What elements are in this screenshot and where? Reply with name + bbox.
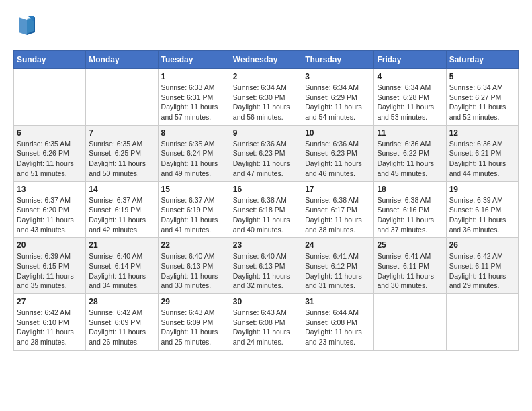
calendar-cell: 4Sunrise: 6:34 AM Sunset: 6:28 PM Daylig… bbox=[374, 69, 446, 126]
weekday-header-tuesday: Tuesday bbox=[158, 51, 230, 69]
day-info: Sunrise: 6:34 AM Sunset: 6:28 PM Dayligh… bbox=[377, 83, 443, 122]
day-number: 2 bbox=[233, 72, 299, 81]
day-info: Sunrise: 6:37 AM Sunset: 6:19 PM Dayligh… bbox=[161, 195, 227, 235]
day-number: 16 bbox=[233, 185, 299, 194]
calendar-cell: 23Sunrise: 6:40 AM Sunset: 6:13 PM Dayli… bbox=[230, 238, 302, 294]
calendar-week-row: 1Sunrise: 6:33 AM Sunset: 6:31 PM Daylig… bbox=[14, 69, 519, 126]
calendar-week-row: 27Sunrise: 6:42 AM Sunset: 6:10 PM Dayli… bbox=[14, 294, 519, 351]
calendar-cell: 19Sunrise: 6:39 AM Sunset: 6:16 PM Dayli… bbox=[446, 181, 518, 238]
day-info: Sunrise: 6:37 AM Sunset: 6:20 PM Dayligh… bbox=[17, 195, 83, 235]
day-info: Sunrise: 6:38 AM Sunset: 6:18 PM Dayligh… bbox=[233, 195, 299, 235]
day-number: 15 bbox=[161, 185, 227, 194]
calendar-week-row: 20Sunrise: 6:39 AM Sunset: 6:15 PM Dayli… bbox=[14, 238, 519, 294]
calendar-cell: 30Sunrise: 6:43 AM Sunset: 6:08 PM Dayli… bbox=[230, 294, 302, 351]
day-number: 26 bbox=[449, 240, 515, 250]
day-info: Sunrise: 6:37 AM Sunset: 6:19 PM Dayligh… bbox=[89, 195, 154, 235]
calendar-cell: 1Sunrise: 6:33 AM Sunset: 6:31 PM Daylig… bbox=[158, 69, 230, 126]
day-number: 23 bbox=[233, 240, 299, 250]
weekday-header-thursday: Thursday bbox=[302, 51, 374, 69]
day-info: Sunrise: 6:35 AM Sunset: 6:25 PM Dayligh… bbox=[89, 139, 154, 179]
day-number: 8 bbox=[161, 128, 227, 138]
logo-icon bbox=[13, 13, 39, 39]
page-header bbox=[13, 13, 519, 44]
day-number: 21 bbox=[89, 240, 154, 250]
day-number: 19 bbox=[449, 185, 515, 194]
weekday-header-wednesday: Wednesday bbox=[230, 51, 302, 69]
logo bbox=[13, 13, 60, 44]
calendar-cell bbox=[446, 294, 518, 351]
calendar-cell: 31Sunrise: 6:44 AM Sunset: 6:08 PM Dayli… bbox=[302, 294, 374, 351]
calendar-cell: 25Sunrise: 6:41 AM Sunset: 6:11 PM Dayli… bbox=[374, 238, 446, 294]
day-number: 24 bbox=[305, 240, 371, 250]
day-info: Sunrise: 6:39 AM Sunset: 6:16 PM Dayligh… bbox=[449, 195, 515, 235]
day-number: 4 bbox=[377, 72, 443, 81]
calendar-cell: 14Sunrise: 6:37 AM Sunset: 6:19 PM Dayli… bbox=[86, 181, 158, 238]
day-info: Sunrise: 6:34 AM Sunset: 6:30 PM Dayligh… bbox=[233, 83, 299, 122]
calendar-table: SundayMondayTuesdayWednesdayThursdayFrid… bbox=[13, 50, 519, 351]
day-number: 17 bbox=[305, 185, 371, 194]
calendar-cell: 18Sunrise: 6:38 AM Sunset: 6:16 PM Dayli… bbox=[374, 181, 446, 238]
calendar-cell: 21Sunrise: 6:40 AM Sunset: 6:14 PM Dayli… bbox=[86, 238, 158, 294]
day-info: Sunrise: 6:42 AM Sunset: 6:09 PM Dayligh… bbox=[89, 308, 154, 347]
day-number: 20 bbox=[17, 240, 83, 250]
day-number: 18 bbox=[377, 185, 443, 194]
day-info: Sunrise: 6:35 AM Sunset: 6:26 PM Dayligh… bbox=[17, 139, 83, 179]
day-info: Sunrise: 6:44 AM Sunset: 6:08 PM Dayligh… bbox=[305, 308, 371, 347]
day-number: 28 bbox=[89, 297, 154, 306]
day-number: 12 bbox=[449, 128, 515, 138]
calendar-cell: 7Sunrise: 6:35 AM Sunset: 6:25 PM Daylig… bbox=[86, 125, 158, 181]
calendar-cell: 15Sunrise: 6:37 AM Sunset: 6:19 PM Dayli… bbox=[158, 181, 230, 238]
svg-marker-0 bbox=[19, 17, 27, 35]
calendar-cell: 26Sunrise: 6:42 AM Sunset: 6:11 PM Dayli… bbox=[446, 238, 518, 294]
day-info: Sunrise: 6:38 AM Sunset: 6:17 PM Dayligh… bbox=[305, 195, 371, 235]
day-number: 11 bbox=[377, 128, 443, 138]
calendar-cell: 10Sunrise: 6:36 AM Sunset: 6:23 PM Dayli… bbox=[302, 125, 374, 181]
day-info: Sunrise: 6:35 AM Sunset: 6:24 PM Dayligh… bbox=[161, 139, 227, 179]
day-number: 3 bbox=[305, 72, 371, 81]
day-number: 14 bbox=[89, 185, 154, 194]
day-info: Sunrise: 6:36 AM Sunset: 6:21 PM Dayligh… bbox=[449, 139, 515, 179]
calendar-cell: 17Sunrise: 6:38 AM Sunset: 6:17 PM Dayli… bbox=[302, 181, 374, 238]
day-info: Sunrise: 6:42 AM Sunset: 6:10 PM Dayligh… bbox=[17, 308, 83, 347]
day-info: Sunrise: 6:43 AM Sunset: 6:08 PM Dayligh… bbox=[233, 308, 299, 347]
calendar-cell: 27Sunrise: 6:42 AM Sunset: 6:10 PM Dayli… bbox=[14, 294, 86, 351]
calendar-cell: 28Sunrise: 6:42 AM Sunset: 6:09 PM Dayli… bbox=[86, 294, 158, 351]
day-info: Sunrise: 6:38 AM Sunset: 6:16 PM Dayligh… bbox=[377, 195, 443, 235]
calendar-cell bbox=[374, 294, 446, 351]
day-number: 25 bbox=[377, 240, 443, 250]
day-number: 22 bbox=[161, 240, 227, 250]
day-info: Sunrise: 6:42 AM Sunset: 6:11 PM Dayligh… bbox=[449, 251, 515, 291]
day-info: Sunrise: 6:40 AM Sunset: 6:14 PM Dayligh… bbox=[89, 251, 154, 291]
day-info: Sunrise: 6:43 AM Sunset: 6:09 PM Dayligh… bbox=[161, 308, 227, 347]
calendar-cell: 22Sunrise: 6:40 AM Sunset: 6:13 PM Dayli… bbox=[158, 238, 230, 294]
calendar-week-row: 6Sunrise: 6:35 AM Sunset: 6:26 PM Daylig… bbox=[14, 125, 519, 181]
calendar-cell: 16Sunrise: 6:38 AM Sunset: 6:18 PM Dayli… bbox=[230, 181, 302, 238]
calendar-cell bbox=[86, 69, 158, 126]
day-info: Sunrise: 6:40 AM Sunset: 6:13 PM Dayligh… bbox=[233, 251, 299, 291]
day-number: 6 bbox=[17, 128, 83, 138]
day-number: 5 bbox=[449, 72, 515, 81]
day-number: 30 bbox=[233, 297, 299, 306]
day-number: 9 bbox=[233, 128, 299, 138]
day-number: 1 bbox=[161, 72, 227, 81]
weekday-header-monday: Monday bbox=[86, 51, 158, 69]
calendar-cell: 11Sunrise: 6:36 AM Sunset: 6:22 PM Dayli… bbox=[374, 125, 446, 181]
calendar-week-row: 13Sunrise: 6:37 AM Sunset: 6:20 PM Dayli… bbox=[14, 181, 519, 238]
calendar-cell bbox=[14, 69, 86, 126]
calendar-cell: 6Sunrise: 6:35 AM Sunset: 6:26 PM Daylig… bbox=[14, 125, 86, 181]
day-number: 29 bbox=[161, 297, 227, 306]
calendar-cell: 9Sunrise: 6:36 AM Sunset: 6:23 PM Daylig… bbox=[230, 125, 302, 181]
weekday-header-row: SundayMondayTuesdayWednesdayThursdayFrid… bbox=[14, 51, 519, 69]
day-info: Sunrise: 6:36 AM Sunset: 6:22 PM Dayligh… bbox=[377, 139, 443, 179]
calendar-cell: 8Sunrise: 6:35 AM Sunset: 6:24 PM Daylig… bbox=[158, 125, 230, 181]
day-info: Sunrise: 6:36 AM Sunset: 6:23 PM Dayligh… bbox=[233, 139, 299, 179]
day-info: Sunrise: 6:39 AM Sunset: 6:15 PM Dayligh… bbox=[17, 251, 83, 291]
day-info: Sunrise: 6:34 AM Sunset: 6:27 PM Dayligh… bbox=[449, 83, 515, 122]
weekday-header-friday: Friday bbox=[374, 51, 446, 69]
calendar-cell: 29Sunrise: 6:43 AM Sunset: 6:09 PM Dayli… bbox=[158, 294, 230, 351]
weekday-header-sunday: Sunday bbox=[14, 51, 86, 69]
day-number: 31 bbox=[305, 297, 371, 306]
day-number: 10 bbox=[305, 128, 371, 138]
calendar-cell: 2Sunrise: 6:34 AM Sunset: 6:30 PM Daylig… bbox=[230, 69, 302, 126]
calendar-cell: 13Sunrise: 6:37 AM Sunset: 6:20 PM Dayli… bbox=[14, 181, 86, 238]
